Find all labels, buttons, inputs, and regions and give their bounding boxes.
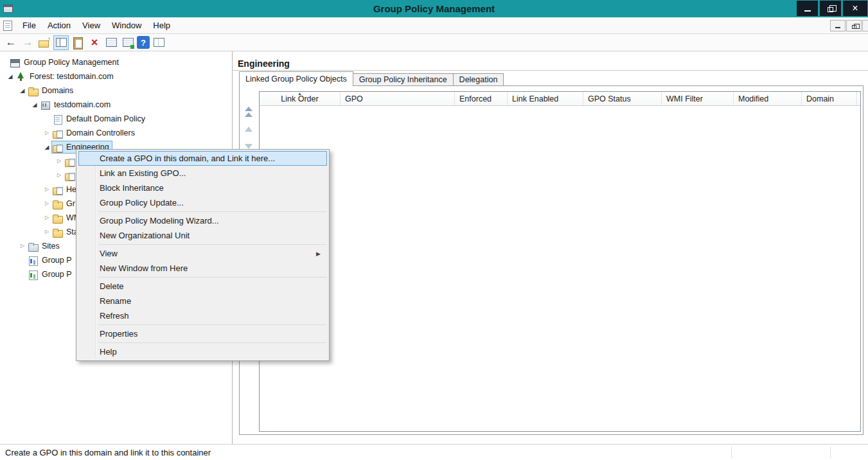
column-header-wmi-filter[interactable]: WMI Filter	[662, 92, 734, 105]
titlebar[interactable]: Group Policy Management ×	[0, 0, 868, 17]
tree-item-testdomain-com[interactable]: ◢testdomain.com	[0, 98, 232, 112]
expander-expanded-icon[interactable]: ◢	[18, 88, 27, 94]
move-to-top-button[interactable]	[242, 105, 255, 119]
column-header-gpo-status[interactable]: GPO Status	[583, 92, 662, 105]
context-menu-item-group-policy-update[interactable]: Group Policy Update...	[78, 195, 327, 210]
context-menu-item-help[interactable]: Help	[78, 344, 327, 359]
minimize-button[interactable]	[797, 1, 818, 16]
expander-collapsed-icon[interactable]: ▷	[42, 229, 51, 234]
tree-row-content: Forest: testdomain.com	[15, 70, 117, 83]
context-menu-item-block-inheritance[interactable]: Block Inheritance	[78, 181, 327, 195]
menu-separator	[98, 277, 326, 278]
child-close-button[interactable]: ×	[862, 20, 868, 31]
move-up-button[interactable]	[242, 123, 255, 137]
context-menu-item-label: Block Inheritance	[100, 183, 164, 193]
delete-icon[interactable]: ×	[87, 35, 102, 50]
context-menu-item-refresh[interactable]: Refresh	[78, 308, 327, 323]
expander-collapsed-icon[interactable]: ▷	[42, 130, 51, 136]
tree-item-label: Domain Controllers	[66, 128, 135, 137]
tree-row-content: testdomain.com	[39, 98, 114, 111]
tree-item-label: Group Policy Management	[24, 58, 119, 67]
child-restore-button[interactable]	[846, 20, 862, 31]
window-title: Group Policy Management	[0, 3, 868, 14]
tree-item-label: Gr	[66, 199, 75, 208]
folder-icon	[53, 199, 63, 209]
menu-separator	[98, 342, 326, 343]
context-menu-item-properties[interactable]: Properties	[78, 326, 327, 341]
column-header-label: Modified	[738, 94, 768, 103]
expander-collapsed-icon[interactable]: ▷	[55, 159, 64, 164]
expander-collapsed-icon[interactable]: ▷	[55, 173, 64, 178]
context-menu-item-view[interactable]: View▶	[78, 246, 327, 261]
window-list-icon[interactable]	[151, 35, 166, 50]
tree-row-content: Domain Controllers	[51, 127, 138, 139]
expander-expanded-icon[interactable]: ◢	[6, 74, 15, 80]
expander-expanded-icon[interactable]: ◢	[30, 102, 39, 108]
up-one-level-icon[interactable]	[37, 35, 52, 50]
tree-item-domain-controllers[interactable]: ▷Domain Controllers	[0, 126, 232, 140]
column-header-link-order[interactable]: ▲Link Order	[260, 92, 341, 105]
menu-action[interactable]: Action	[42, 17, 76, 33]
forward-icon[interactable]: →	[20, 35, 35, 50]
expander-collapsed-icon[interactable]: ▷	[18, 243, 27, 249]
export-list-arrow-icon[interactable]	[120, 35, 136, 50]
show-console-tree-icon[interactable]	[53, 35, 69, 50]
context-menu-item-label: Create a GPO in this domain, and Link it…	[100, 154, 275, 163]
menu-window[interactable]: Window	[106, 17, 147, 33]
context-menu-item-rename[interactable]: Rename	[78, 294, 327, 308]
toolbar: ←→×?	[0, 34, 868, 51]
menu-separator	[98, 211, 326, 212]
menubar: FileActionViewWindowHelp ×	[0, 17, 868, 34]
expander-collapsed-icon[interactable]: ▷	[42, 201, 51, 206]
menu-help[interactable]: Help	[147, 17, 176, 33]
context-menu-item-new-organizational-unit[interactable]: New Organizational Unit	[78, 228, 327, 243]
column-header-link-enabled[interactable]: Link Enabled	[508, 92, 583, 105]
tab-linked-group-policy-objects[interactable]: Linked Group Policy Objects	[239, 71, 353, 86]
menu-separator	[98, 244, 326, 245]
tab-delegation[interactable]: Delegation	[453, 73, 504, 85]
console-root-icon	[10, 58, 21, 67]
tree-item-group-policy-management[interactable]: Group Policy Management	[0, 55, 232, 69]
results-icon	[28, 270, 39, 279]
column-header-label: GPO	[345, 94, 363, 103]
context-menu-item-group-policy-modeling-wizard[interactable]: Group Policy Modeling Wizard...	[78, 213, 327, 228]
tree-item-default-domain-policy[interactable]: Default Domain Policy	[0, 112, 232, 126]
export-list-icon[interactable]	[103, 35, 119, 50]
back-icon[interactable]: ←	[3, 35, 19, 50]
tree-item-label: Default Domain Policy	[66, 114, 145, 123]
model-icon	[28, 256, 39, 265]
restore-icon	[828, 7, 833, 12]
expander-collapsed-icon[interactable]: ▷	[42, 187, 51, 192]
tree-row-content: Gr	[51, 197, 78, 210]
expander-expanded-icon[interactable]: ◢	[42, 145, 51, 150]
gpo-icon	[53, 114, 63, 124]
tree-item-forest-testdomain-com[interactable]: ◢Forest: testdomain.com	[0, 69, 232, 84]
child-minimize-button[interactable]	[830, 20, 846, 31]
forest-icon	[16, 72, 26, 82]
domains-icon	[28, 86, 39, 96]
context-menu-item-label: Refresh	[100, 311, 129, 321]
help-icon[interactable]: ?	[137, 36, 150, 49]
expander-collapsed-icon[interactable]: ▷	[42, 215, 51, 220]
column-header-label: WMI Filter	[666, 94, 703, 103]
list-body[interactable]	[260, 106, 860, 431]
context-menu-item-new-window-from-here[interactable]: New Window from Here	[78, 261, 327, 276]
context-menu-item-delete[interactable]: Delete	[78, 279, 327, 294]
column-header-gpo[interactable]: GPO	[341, 92, 455, 105]
column-header-domain[interactable]: Domain	[802, 92, 857, 105]
statusbar-separator	[830, 447, 831, 458]
column-header-enforced[interactable]: Enforced	[455, 92, 508, 105]
close-button[interactable]: ×	[843, 1, 867, 16]
menu-file[interactable]: File	[17, 17, 42, 33]
paste-icon[interactable]	[70, 35, 85, 50]
column-header-label: Domain	[806, 94, 834, 103]
restore-button[interactable]	[820, 1, 841, 16]
context-menu-item-create-a-gpo-in-this-domain-and-link-it-here[interactable]: Create a GPO in this domain, and Link it…	[78, 151, 327, 166]
context-menu-item-link-an-existing-gpo[interactable]: Link an Existing GPO...	[78, 166, 327, 181]
menu-view[interactable]: View	[76, 17, 106, 33]
close-icon: ×	[852, 3, 858, 13]
tree-item-domains[interactable]: ◢Domains	[0, 84, 232, 98]
context-menu-item-label: Group Policy Update...	[100, 198, 184, 208]
column-header-modified[interactable]: Modified	[734, 92, 802, 105]
tab-group-policy-inheritance[interactable]: Group Policy Inheritance	[353, 73, 454, 85]
